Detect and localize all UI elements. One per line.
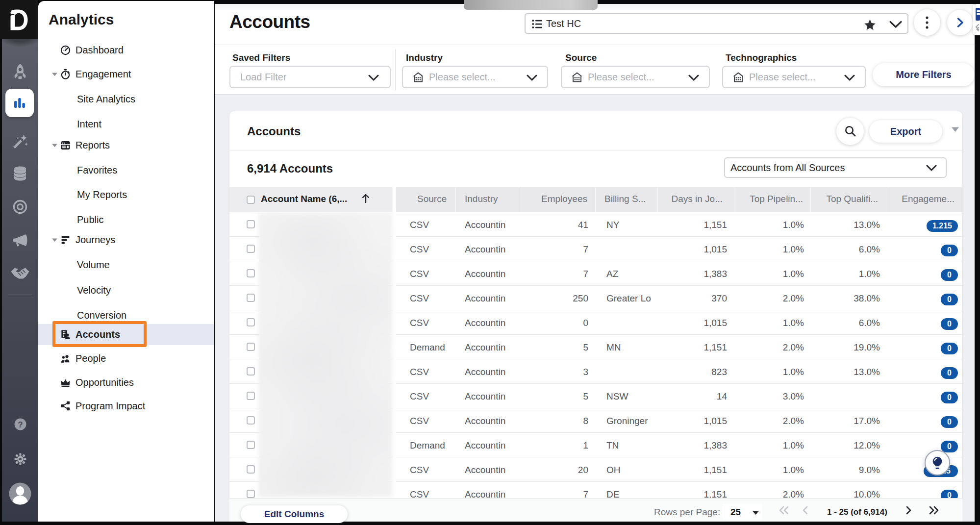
svg-text:?: ? bbox=[18, 420, 23, 429]
